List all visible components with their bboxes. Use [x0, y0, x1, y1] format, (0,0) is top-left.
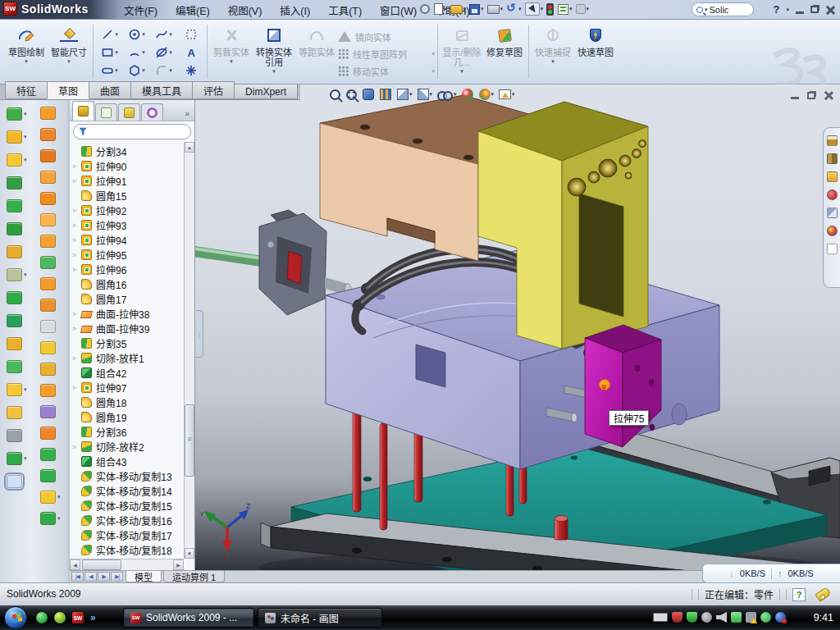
line-tool-button[interactable]: ▾: [96, 25, 123, 43]
menu-item[interactable]: 编辑(E): [167, 0, 219, 21]
dimxpert-manager-tab[interactable]: [141, 103, 163, 121]
feature-tree-item[interactable]: 实体-移动/复制13: [70, 468, 184, 483]
tab-nav-button[interactable]: |◀: [71, 572, 84, 582]
save-icon[interactable]: ▾: [469, 4, 484, 15]
start-button[interactable]: [4, 606, 27, 629]
zoom-area-icon[interactable]: [346, 89, 358, 100]
quick-snaps-button[interactable]: 快速捕捉▾: [532, 22, 574, 81]
expand-arrow-icon[interactable]: ▹: [73, 221, 81, 229]
revolved-cut-icon[interactable]: [7, 217, 30, 240]
instant3d-icon[interactable]: [7, 470, 30, 493]
sketch-button[interactable]: 草图绘制▾: [5, 22, 48, 81]
parting-line-icon[interactable]: [40, 358, 63, 380]
rectangle-tool-button[interactable]: ▾: [96, 43, 123, 61]
reference-geometry-2-icon[interactable]: ▾: [40, 486, 63, 508]
security-shield-icon[interactable]: [687, 612, 697, 623]
feature-tree-item[interactable]: ▹ 拉伸92: [70, 203, 184, 217]
smart-dimension-button[interactable]: 智能尺寸▾: [48, 22, 90, 81]
tab-nav-button[interactable]: ▶: [98, 572, 110, 582]
convert-entities-button[interactable]: 转换实体引用▾: [253, 22, 295, 81]
apply-scene-icon[interactable]: ▾: [479, 89, 495, 100]
media-launch-icon[interactable]: [54, 612, 66, 623]
swept-boss-icon[interactable]: [7, 171, 30, 194]
extruded-surface-icon[interactable]: [40, 103, 63, 124]
feature-tree-item[interactable]: ▹ 切除-放样2: [70, 439, 184, 454]
help-button[interactable]: ?: [774, 3, 780, 16]
taskbar-button-paint[interactable]: 未命名 - 画图: [258, 608, 382, 628]
menu-item[interactable]: 工具(T): [319, 0, 371, 21]
zoom-fit-icon[interactable]: [330, 89, 341, 100]
knit-surface-icon[interactable]: [40, 294, 63, 316]
tab-nav-button[interactable]: ▶|: [111, 572, 123, 582]
feature-tree-item[interactable]: 组合43: [70, 454, 184, 468]
feature-tree-item[interactable]: 分割36: [70, 424, 184, 439]
axis-icon[interactable]: [7, 424, 30, 447]
feature-tree-item[interactable]: 圆角15: [70, 188, 184, 203]
doc-minimize-button[interactable]: [791, 91, 799, 99]
expand-arrow-icon[interactable]: ▹: [73, 162, 81, 170]
feature-tree-item[interactable]: 实体-移动/复制16: [70, 513, 184, 527]
more-tabs-chevron-icon[interactable]: »: [185, 109, 192, 121]
panel-splitter-handle[interactable]: ⋯: [196, 310, 203, 358]
feature-tree-item[interactable]: ▹ 拉伸91: [70, 173, 184, 188]
volume-icon[interactable]: [716, 612, 727, 623]
file-explorer-icon[interactable]: [827, 171, 838, 182]
extruded-cut-icon[interactable]: [7, 194, 30, 217]
core-icon[interactable]: [40, 444, 63, 465]
menu-item[interactable]: 插入(I): [271, 0, 319, 21]
combine-icon[interactable]: [7, 286, 30, 309]
document-tab[interactable]: 模型: [126, 571, 162, 582]
selection-box-tool-button[interactable]: [177, 25, 204, 43]
usb-device-icon[interactable]: [731, 612, 742, 623]
arc-tool-button[interactable]: ▾: [123, 43, 150, 61]
lofted-surface-icon[interactable]: [40, 167, 63, 188]
feature-tree-item[interactable]: ▹ 拉伸90: [70, 158, 184, 173]
design-library-icon[interactable]: [827, 153, 838, 164]
feature-tree-item[interactable]: 实体-移动/复制18: [70, 542, 184, 557]
feature-tree-item[interactable]: ▹ 曲面-拉伸39: [70, 321, 184, 336]
restore-button[interactable]: [810, 6, 819, 13]
feature-tree-item[interactable]: 实体-移动/复制15: [70, 498, 184, 513]
radiate-surface-icon[interactable]: [40, 273, 63, 294]
mirror-entities-button[interactable]: 镜向实体: [338, 29, 435, 44]
cylinder-icon[interactable]: [40, 465, 63, 486]
expand-arrow-icon[interactable]: ▹: [73, 383, 81, 391]
custom-properties-icon[interactable]: [827, 244, 838, 254]
feature-tree-item[interactable]: 圆角18: [70, 395, 184, 409]
tree-vertical-scrollbar[interactable]: ▲ ▼: [184, 142, 194, 559]
expand-arrow-icon[interactable]: ▹: [73, 176, 81, 185]
feature-tree-item[interactable]: ▹ 曲面-拉伸38: [70, 306, 184, 321]
ellipse-tool-button[interactable]: ▾: [150, 43, 177, 61]
doc-restore-button[interactable]: [807, 92, 815, 99]
offset-surface-icon[interactable]: [40, 252, 63, 273]
section-view-icon[interactable]: [380, 89, 392, 100]
feature-tree-item[interactable]: 组合42: [70, 365, 184, 380]
scroll-right-icon[interactable]: ▶: [173, 559, 184, 570]
scroll-up-icon[interactable]: ▲: [185, 142, 194, 153]
command-tab[interactable]: 模具工具: [130, 81, 193, 99]
expand-arrow-icon[interactable]: ▹: [73, 265, 81, 273]
feature-tree-item[interactable]: ▹ 拉伸95: [70, 247, 184, 262]
menu-item[interactable]: 文件(F): [115, 0, 167, 21]
view-settings-icon[interactable]: ▾: [499, 89, 515, 99]
circle-tool-button[interactable]: ▾: [123, 25, 150, 43]
select-icon[interactable]: ▾: [525, 2, 544, 16]
solidworks-launch-icon[interactable]: SW: [72, 612, 84, 623]
scroll-down-icon[interactable]: ▼: [185, 548, 194, 559]
feature-tree-item[interactable]: 圆角17: [70, 291, 184, 306]
feature-tree-item[interactable]: ▹ 拉伸96: [70, 262, 184, 276]
new-document-icon[interactable]: ▾: [434, 3, 447, 15]
expand-arrow-icon[interactable]: ▹: [73, 250, 81, 258]
swept-surface-icon[interactable]: [40, 145, 63, 167]
rapid-sketch-button[interactable]: 快速草图: [574, 22, 617, 81]
display-delete-relations-button[interactable]: 显示/删除几...▾: [441, 22, 483, 81]
solidworks-resources-icon[interactable]: [827, 135, 838, 146]
taskbar-button-solidworks[interactable]: SW SolidWorks 2009 - ...: [123, 608, 254, 628]
parting-surface-icon[interactable]: [40, 380, 63, 401]
feature-tree-item[interactable]: 实体-移动/复制14: [70, 483, 184, 498]
tooling-split-icon[interactable]: [40, 422, 63, 444]
trim-surface-icon[interactable]: [40, 316, 63, 337]
antivirus-shield-icon[interactable]: [672, 612, 682, 623]
trim-entities-button[interactable]: 剪裁实体▾: [210, 22, 253, 81]
revolved-boss-icon[interactable]: ▾: [7, 126, 30, 148]
